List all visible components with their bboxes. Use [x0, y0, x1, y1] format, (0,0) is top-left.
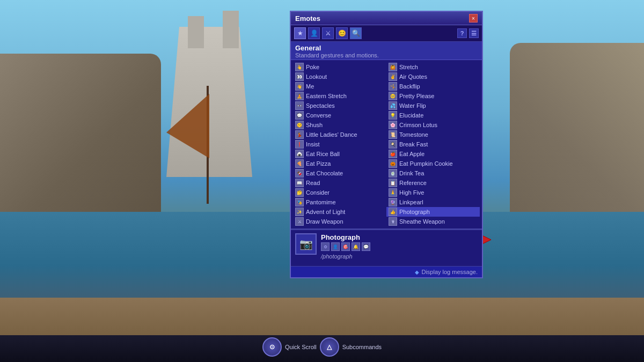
emote-spectacles[interactable]: 👓 Spectacles — [293, 101, 386, 110]
emote-icon-poke: 👆 — [295, 63, 304, 71]
emote-photograph[interactable]: 👍 Photograph — [386, 207, 480, 217]
quick-scroll-area: ⊙ Quick Scroll △ Subcommands — [262, 337, 382, 357]
tab-favorites[interactable]: ★ — [294, 27, 306, 39]
emote-icon-eat-rice-ball: 🍙 — [295, 150, 304, 158]
emote-air-quotes[interactable]: ✌ Air Quotes — [386, 72, 480, 82]
emotes-list[interactable]: 👆 Poke 👀 Lookout 👋 Me 🧘 Eastern Stretch … — [291, 60, 482, 229]
emotes-dialog: Emotes × ★ 👤 ⚔ 😊 🔍 ? ☰ General Standard … — [290, 11, 483, 278]
emote-eat-chocolate[interactable]: 🍫 Eat Chocolate — [293, 168, 386, 178]
emote-crimson-lotus[interactable]: 🌸 Crimson Lotus — [386, 120, 480, 130]
emote-icon-water-flip: 💦 — [389, 101, 397, 110]
emote-icon-eat-chocolate: 🍫 — [295, 169, 304, 178]
emote-sheathe-weapon[interactable]: 🗡 Sheathe Weapon — [386, 217, 480, 226]
emote-lookout[interactable]: 👀 Lookout — [293, 72, 386, 82]
close-button[interactable]: × — [469, 14, 478, 23]
emote-eat-pumpkin-cookie[interactable]: 🎃 Eat Pumpkin Cookie — [386, 159, 480, 168]
castle-tower-left — [188, 16, 204, 48]
emote-pantomime[interactable]: 🎭 Pantomime — [293, 197, 386, 207]
emote-tomestone[interactable]: 📜 Tomestone — [386, 130, 480, 139]
emote-eat-rice-ball[interactable]: 🍙 Eat Rice Ball — [293, 149, 386, 159]
detail-sub-icon-2: 👤 — [331, 242, 340, 251]
category-header: General Standard gestures and motions. — [291, 42, 482, 60]
emote-shush[interactable]: 🤫 Shush — [293, 120, 386, 130]
emote-read[interactable]: 📖 Read — [293, 178, 386, 188]
footer: ◆ Display log message. — [291, 267, 482, 277]
emote-icon-eat-pumpkin-cookie: 🎃 — [389, 159, 397, 168]
emote-draw-weapon[interactable]: ⚔ Draw Weapon — [293, 217, 386, 226]
emote-icon-crimson-lotus: 🌸 — [389, 121, 397, 129]
emote-insist[interactable]: ❗ Insist — [293, 139, 386, 149]
footer-diamond-icon: ◆ — [415, 269, 419, 275]
emote-icon-lookout: 👀 — [295, 72, 304, 81]
tab-bar: ★ 👤 ⚔ 😊 🔍 ? ☰ — [291, 25, 482, 42]
detail-sub-icon-1: ⚙ — [321, 242, 330, 251]
emote-icon-consider: 🤔 — [295, 188, 304, 197]
dialog-title: Emotes — [295, 14, 320, 23]
emote-icon-advent-of-light: ✨ — [295, 208, 304, 216]
emote-little-ladies-dance[interactable]: 💃 Little Ladies' Dance — [293, 130, 386, 139]
tab-emote[interactable]: 😊 — [336, 27, 348, 39]
quick-scroll-button[interactable]: ⊙ — [262, 337, 282, 357]
emotes-right-column: 🙆 Stretch ✌ Air Quotes 🤸 Backflip 🥺 Pret… — [386, 62, 480, 226]
emote-icon-read: 📖 — [295, 179, 304, 187]
emote-eat-pizza[interactable]: 🍕 Eat Pizza — [293, 159, 386, 168]
emote-icon-break-fast: 🍳 — [389, 140, 397, 149]
emote-water-flip[interactable]: 💦 Water Flip — [386, 101, 480, 110]
tab-search[interactable]: 🔍 — [350, 27, 362, 39]
tab-sword[interactable]: ⚔ — [322, 27, 334, 39]
emote-icon-shush: 🤫 — [295, 121, 304, 129]
detail-name: Photograph — [321, 233, 478, 241]
emote-reference[interactable]: 📋 Reference — [386, 178, 480, 188]
help-button[interactable]: ? — [457, 28, 467, 38]
settings-button[interactable]: ☰ — [469, 28, 479, 38]
emote-consider[interactable]: 🤔 Consider — [293, 188, 386, 197]
emote-eat-apple[interactable]: 🍎 Eat Apple — [386, 149, 480, 159]
emote-poke[interactable]: 👆 Poke — [293, 62, 386, 72]
emote-icon-sheathe-weapon: 🗡 — [389, 217, 397, 226]
emote-icon-draw-weapon: ⚔ — [295, 217, 304, 226]
emote-icon-drink-tea: 🍵 — [389, 169, 397, 178]
emote-advent-of-light[interactable]: ✨ Advent of Light — [293, 207, 386, 217]
detail-panel: 📷 Photograph ⚙ 👤 🎯 🔔 💬 /photograph — [291, 229, 482, 267]
emote-backflip[interactable]: 🤸 Backflip — [386, 82, 480, 91]
emote-icon-eat-pizza: 🍕 — [295, 159, 304, 168]
emote-icon-high-five: 🙏 — [389, 188, 397, 197]
emote-converse[interactable]: 💬 Converse — [293, 110, 386, 120]
emote-me[interactable]: 👋 Me — [293, 82, 386, 91]
castle-bg — [166, 27, 252, 177]
category-title: General — [295, 44, 478, 52]
emote-icon-converse: 💬 — [295, 111, 304, 120]
emote-icon-little-ladies-dance: 💃 — [295, 130, 304, 139]
category-description: Standard gestures and motions. — [295, 52, 478, 58]
emote-icon-eastern-stretch: 🧘 — [295, 92, 304, 100]
emote-icon-stretch: 🙆 — [389, 63, 397, 71]
emote-stretch[interactable]: 🙆 Stretch — [386, 62, 480, 72]
emote-icon-pretty-please: 🥺 — [389, 92, 397, 100]
emote-elucidate[interactable]: 💡 Elucidate — [386, 110, 480, 120]
emote-eastern-stretch[interactable]: 🧘 Eastern Stretch — [293, 91, 386, 101]
tab-person[interactable]: 👤 — [308, 27, 320, 39]
subcommands-button[interactable]: △ — [320, 337, 339, 357]
emote-icon-spectacles: 👓 — [295, 101, 304, 110]
detail-info: Photograph ⚙ 👤 🎯 🔔 💬 /photograph — [321, 233, 478, 260]
emotes-left-column: 👆 Poke 👀 Lookout 👋 Me 🧘 Eastern Stretch … — [293, 62, 386, 226]
emote-pretty-please[interactable]: 🥺 Pretty Please — [386, 91, 480, 101]
emote-high-five[interactable]: 🙏 High Five — [386, 188, 480, 197]
emote-icon-elucidate: 💡 — [389, 111, 397, 120]
emote-break-fast[interactable]: 🍳 Break Fast — [386, 139, 480, 149]
emote-icon-photograph: 👍 — [389, 208, 397, 216]
detail-sub-icon-5: 💬 — [362, 242, 370, 251]
emote-icon-tomestone: 📜 — [389, 130, 397, 139]
detail-emote-icon: 📷 — [295, 233, 317, 255]
emote-drink-tea[interactable]: 🍵 Drink Tea — [386, 168, 480, 178]
emote-linkpearl[interactable]: 🔮 Linkpearl — [386, 197, 480, 207]
emote-icon-pantomime: 🎭 — [295, 198, 304, 206]
footer-text: Display log message. — [421, 269, 478, 275]
castle-tower-right — [223, 11, 239, 48]
emote-icon-insist: ❗ — [295, 140, 304, 149]
detail-sub-icon-3: 🎯 — [341, 242, 350, 251]
emote-icon-reference: 📋 — [389, 179, 397, 187]
emotes-grid: 👆 Poke 👀 Lookout 👋 Me 🧘 Eastern Stretch … — [293, 62, 480, 226]
hud-bar: ⊙ Quick Scroll △ Subcommands — [0, 335, 644, 362]
title-bar: Emotes × — [291, 12, 482, 25]
